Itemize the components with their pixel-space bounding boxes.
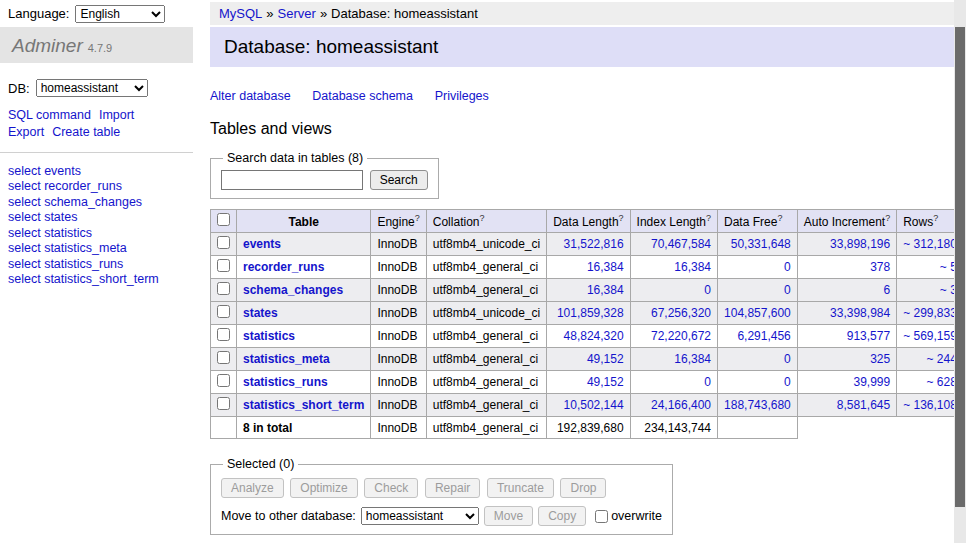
selected-action-button[interactable]: Repair — [425, 478, 480, 498]
table-link[interactable]: states — [243, 306, 278, 320]
search-input[interactable] — [221, 170, 363, 190]
row-checkbox[interactable] — [217, 282, 230, 295]
copy-button[interactable]: Copy — [538, 506, 586, 526]
sidebar-select-table-link[interactable]: select schema_changes — [8, 195, 185, 211]
sidebar-select-table-link[interactable]: select statistics_runs — [8, 257, 185, 273]
table-row: events InnoDB utf8mb4_unicode_ci 31,522,… — [211, 233, 966, 256]
rows-link[interactable]: ~ 244 — [927, 352, 957, 366]
row-checkbox[interactable] — [217, 351, 230, 364]
row-checkbox[interactable] — [217, 397, 230, 410]
select-all-checkbox[interactable] — [217, 213, 230, 226]
auto-increment-link[interactable]: 33,398,984 — [830, 306, 890, 320]
help-link[interactable]: ? — [933, 213, 938, 223]
auto-increment-link[interactable]: 913,577 — [847, 329, 890, 343]
data-free-link[interactable]: 104,857,600 — [724, 306, 791, 320]
data-free-link[interactable]: 0 — [784, 375, 791, 389]
index-length-link[interactable]: 70,467,584 — [651, 237, 711, 251]
rows-link[interactable]: ~ 299,833 — [903, 306, 957, 320]
help-link[interactable]: ? — [777, 213, 782, 223]
move-button[interactable]: Move — [484, 506, 533, 526]
page: Language: English Adminer 4.7.9 DB: home… — [0, 0, 954, 543]
search-button[interactable]: Search — [370, 170, 428, 190]
index-length-link[interactable]: 0 — [704, 375, 711, 389]
row-checkbox[interactable] — [217, 374, 230, 387]
auto-increment-link[interactable]: 378 — [870, 260, 890, 274]
selected-action-button[interactable]: Check — [364, 478, 418, 498]
create-table-side-link[interactable]: Create table — [52, 125, 120, 139]
data-free-link[interactable]: 188,743,680 — [724, 398, 791, 412]
language-select[interactable]: English — [75, 5, 165, 23]
row-checkbox[interactable] — [217, 236, 230, 249]
table-link[interactable]: recorder_runs — [243, 260, 324, 274]
index-length-link[interactable]: 16,384 — [674, 352, 711, 366]
help-link[interactable]: ? — [619, 213, 624, 223]
rows-link[interactable]: ~ 136,108 — [903, 398, 957, 412]
data-free-link[interactable]: 50,331,648 — [731, 237, 791, 251]
row-checkbox[interactable] — [217, 305, 230, 318]
db-selector-row: DB: homeassistant — [0, 63, 193, 103]
scrollbar-thumb[interactable] — [955, 27, 965, 507]
adminer-logo[interactable]: Adminer — [12, 35, 83, 57]
selected-action-button[interactable]: Drop — [560, 478, 606, 498]
auto-increment-link[interactable]: 6 — [883, 283, 890, 297]
data-free-link[interactable]: 0 — [784, 260, 791, 274]
data-length-link[interactable]: 31,522,816 — [564, 237, 624, 251]
index-length-link[interactable]: 16,384 — [674, 260, 711, 274]
data-length-link[interactable]: 49,152 — [587, 352, 624, 366]
row-checkbox[interactable] — [217, 259, 230, 272]
rows-link[interactable]: ~ 312,180 — [903, 237, 957, 251]
data-length-link[interactable]: 10,502,144 — [564, 398, 624, 412]
alter-database-link[interactable]: Alter database — [210, 89, 291, 103]
sidebar-select-table-link[interactable]: select statistics_short_term — [8, 272, 185, 288]
table-link[interactable]: schema_changes — [243, 283, 343, 297]
move-db-select[interactable]: homeassistant — [361, 507, 479, 525]
table-link[interactable]: statistics_short_term — [243, 398, 364, 412]
export-link[interactable]: Export — [8, 125, 44, 139]
sidebar-select-table-link[interactable]: select recorder_runs — [8, 179, 185, 195]
table-link[interactable]: events — [243, 237, 281, 251]
data-length-link[interactable]: 16,384 — [587, 260, 624, 274]
database-schema-link[interactable]: Database schema — [312, 89, 413, 103]
breadcrumb-server-link[interactable]: Server — [278, 6, 316, 21]
index-length-link[interactable]: 0 — [704, 283, 711, 297]
index-length-link[interactable]: 24,166,400 — [651, 398, 711, 412]
data-length-link[interactable]: 16,384 — [587, 283, 624, 297]
overwrite-checkbox[interactable] — [595, 510, 608, 523]
selected-action-button[interactable]: Truncate — [487, 478, 554, 498]
data-length-link[interactable]: 48,824,320 — [564, 329, 624, 343]
scrollbar[interactable] — [954, 0, 966, 543]
db-select[interactable]: homeassistant — [36, 79, 148, 97]
breadcrumb-mysql-link[interactable]: MySQL — [219, 6, 262, 21]
row-checkbox[interactable] — [217, 328, 230, 341]
auto-increment-link[interactable]: 33,898,196 — [830, 237, 890, 251]
help-link[interactable]: ? — [885, 213, 890, 223]
index-length-link[interactable]: 67,256,320 — [651, 306, 711, 320]
table-row: statistics_meta InnoDB utf8mb4_general_c… — [211, 348, 966, 371]
sql-command-link[interactable]: SQL command — [8, 108, 91, 122]
privileges-link[interactable]: Privileges — [435, 89, 489, 103]
help-link[interactable]: ? — [415, 213, 420, 223]
table-link[interactable]: statistics_meta — [243, 352, 330, 366]
auto-increment-link[interactable]: 8,581,645 — [837, 398, 890, 412]
data-free-link[interactable]: 0 — [784, 283, 791, 297]
table-link[interactable]: statistics — [243, 329, 295, 343]
rows-link[interactable]: ~ 628 — [927, 375, 957, 389]
selected-action-button[interactable]: Optimize — [290, 478, 357, 498]
auto-increment-link[interactable]: 325 — [870, 352, 890, 366]
data-length-link[interactable]: 49,152 — [587, 375, 624, 389]
data-length-link[interactable]: 101,859,328 — [557, 306, 624, 320]
help-link[interactable]: ? — [706, 213, 711, 223]
import-link[interactable]: Import — [99, 108, 134, 122]
data-free-link[interactable]: 6,291,456 — [737, 329, 790, 343]
sidebar-select-table-link[interactable]: select events — [8, 164, 185, 180]
sidebar-select-table-link[interactable]: select statistics_meta — [8, 241, 185, 257]
table-link[interactable]: statistics_runs — [243, 375, 328, 389]
data-free-link[interactable]: 0 — [784, 352, 791, 366]
help-link[interactable]: ? — [479, 213, 484, 223]
rows-link[interactable]: ~ 569,159 — [903, 329, 957, 343]
selected-action-button[interactable]: Analyze — [221, 478, 284, 498]
sidebar-select-table-link[interactable]: select statistics — [8, 226, 185, 242]
index-length-link[interactable]: 72,220,672 — [651, 329, 711, 343]
sidebar-select-table-link[interactable]: select states — [8, 210, 185, 226]
auto-increment-link[interactable]: 39,999 — [853, 375, 890, 389]
